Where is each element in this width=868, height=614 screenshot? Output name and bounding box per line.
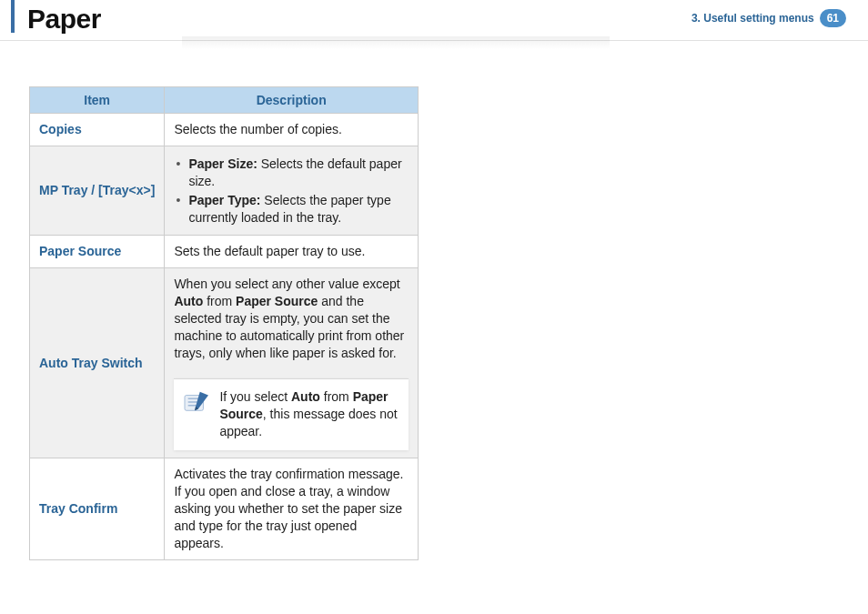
text: from [203,294,236,308]
desc-tray-confirm: Activates the tray confirmation message.… [165,458,419,559]
table-row: Tray Confirm Activates the tray confirma… [30,458,419,559]
label-paper-type: Paper Type: [188,193,260,207]
table-row: MP Tray / [Tray<x>] Paper Size: Selects … [30,146,419,236]
item-tray-confirm: Tray Confirm [30,458,165,559]
table-row: Copies Selects the number of copies. [30,114,419,146]
note-text: If you select Auto from Paper Source, th… [219,388,399,440]
page-header: Paper 3. Useful setting menus 61 [0,0,868,41]
header-right: 3. Useful setting menus 61 [691,9,846,27]
accent-bar [11,0,15,33]
col-header-description: Description [165,87,419,114]
item-auto-tray-switch: Auto Tray Switch [30,268,165,458]
item-paper-source: Paper Source [30,236,165,268]
desc-paper-source: Sets the default paper tray to use. [165,236,419,268]
col-header-item: Item [30,87,165,114]
breadcrumb: 3. Useful setting menus [691,12,814,25]
desc-copies: Selects the number of copies. [165,114,419,146]
text-bold: Auto [291,389,320,404]
label-paper-size: Paper Size: [188,156,257,171]
note-icon [183,390,210,414]
content: Item Description Copies Selects the numb… [0,41,419,560]
text: If you select [219,389,291,404]
desc-auto-tray-switch: When you select any other value except A… [165,268,419,458]
note-box: If you select Auto from Paper Source, th… [174,378,409,451]
text: When you select any other value except [174,277,399,291]
list-item: Paper Size: Selects the default paper si… [174,156,409,190]
list-item: Paper Type: Selects the paper type curre… [174,192,409,226]
settings-table: Item Description Copies Selects the numb… [29,86,419,560]
text-bold: Paper Source [236,294,318,308]
item-copies: Copies [30,114,165,146]
text: from [320,389,353,404]
page-title: Paper [22,4,101,35]
item-mptray: MP Tray / [Tray<x>] [30,146,165,236]
page-number-badge: 61 [820,9,846,27]
desc-mptray: Paper Size: Selects the default paper si… [165,146,419,236]
paragraph: When you select any other value except A… [174,276,409,361]
table-row: Paper Source Sets the default paper tray… [30,236,419,268]
table-row: Auto Tray Switch When you select any oth… [30,268,419,458]
text-bold: Auto [174,294,203,308]
